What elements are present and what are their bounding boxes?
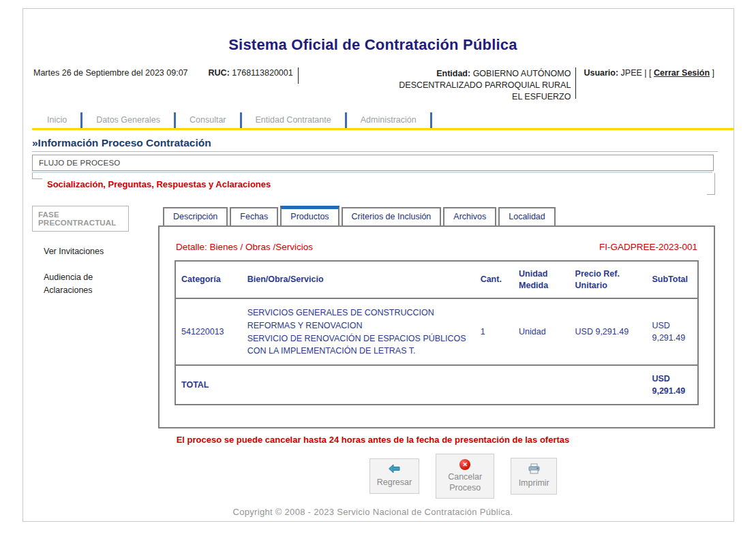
tab-fechas[interactable]: Fechas — [230, 207, 278, 225]
cell-unidad-medida: Unidad — [513, 298, 570, 365]
user-label: Usuario: — [584, 68, 618, 78]
col-precio-ref-unitario: Precio Ref. Unitario — [570, 261, 647, 299]
ruc-value: 1768113820001 — [232, 68, 292, 78]
datetime-text: Martes 26 de Septiembre del 2023 09:07 — [33, 66, 188, 78]
products-table: Categoría Bien/Obra/Servicio Cant. Unida… — [175, 260, 699, 406]
descripcion-linea-1: SERVICIOS GENERALES DE CONSTRUCCION REFO… — [247, 307, 470, 331]
pipe-separator: | — [644, 68, 646, 78]
cell-categoria: 541220013 — [175, 298, 242, 365]
entity-text: Entidad: GOBIERNO AUTÓNOMO DESCENTRALIZA… — [397, 66, 571, 103]
fieldset-corner-left — [32, 173, 42, 179]
descripcion-linea-2: SERVICIO DE RENOVACIÓN DE ESPACIOS PÚBLI… — [247, 332, 470, 357]
tab-localidad[interactable]: Localidad — [498, 207, 556, 225]
user-value: JPEE — [621, 68, 642, 78]
bracket-open: [ — [649, 68, 651, 78]
cell-descripcion: SERVICIOS GENERALES DE CONSTRUCCION REFO… — [242, 298, 475, 365]
regresar-button[interactable]: Regresar — [369, 458, 419, 494]
cancel-notice: El proceso se puede cancelar hasta 24 ho… — [32, 435, 714, 445]
tab-criterios-de-inclusion[interactable]: Criterios de Inclusión — [342, 207, 442, 225]
cell-precio-ref-unitario: USD 9,291.49 — [570, 298, 647, 365]
col-categoria: Categoría — [175, 261, 242, 299]
sidebar-item-audiencia-de-aclaraciones[interactable]: Audiencia de Aclaraciones — [44, 271, 124, 297]
entity-value: GOBIERNO AUTÓNOMO DESCENTRALIZADO PARROQ… — [399, 69, 571, 101]
nav-item-datos-generales[interactable]: Datos Generales — [82, 112, 176, 128]
printer-icon — [528, 463, 541, 476]
fieldset-corner-right — [707, 173, 715, 195]
phase-label: FASE PRECONTRACTUAL — [32, 206, 129, 232]
user-text: Usuario: JPEE | [ Cerrar Sesión ] — [584, 66, 714, 78]
tab-bar: Descripción Fechas Productos Criterios d… — [158, 206, 715, 225]
process-code: FI-GADPREE-2023-001 — [599, 242, 697, 252]
cell-subtotal: USD 9,291.49 — [646, 298, 698, 365]
total-row: TOTAL USD 9,291.49 — [175, 365, 698, 405]
page-frame: Sistema Oficial de Contratación Pública … — [22, 8, 734, 522]
imprimir-button[interactable]: Imprimir — [511, 458, 557, 495]
logout-link[interactable]: Cerrar Sesión — [654, 68, 710, 78]
cancelar-proceso-button[interactable]: ✕ Cancelar Proceso — [436, 454, 494, 499]
page-title: »Información Proceso Contratación — [32, 137, 718, 152]
back-arrow-icon — [388, 464, 401, 475]
sidebar: FASE PRECONTRACTUAL Ver Invitaciones Aud… — [32, 206, 158, 297]
app-title: Sistema Oficial de Contratación Pública — [32, 36, 714, 54]
col-unidad-medida: Unidad Medida — [513, 261, 570, 299]
copyright-text: Copyright © 2008 - 2023 Servicio Naciona… — [32, 507, 714, 517]
entity-label: Entidad: — [436, 69, 470, 78]
ruc-text: RUC: 1768113820001 — [209, 66, 293, 78]
main-panel: Descripción Fechas Productos Criterios d… — [158, 206, 715, 429]
content-area: FASE PRECONTRACTUAL Ver Invitaciones Aud… — [32, 206, 734, 429]
ruc-label: RUC: — [209, 68, 230, 78]
total-value: USD 9,291.49 — [646, 365, 698, 405]
nav-item-consultar[interactable]: Consultar — [176, 112, 242, 128]
tab-descripcion[interactable]: Descripción — [163, 207, 228, 225]
sidebar-item-ver-invitaciones[interactable]: Ver Invitaciones — [44, 245, 124, 258]
cell-cantidad: 1 — [475, 298, 513, 365]
nav-item-administracion[interactable]: Administración — [347, 112, 432, 128]
cancel-icon: ✕ — [459, 459, 470, 470]
tab-archivos[interactable]: Archivos — [443, 207, 496, 225]
col-bien-obra-servicio: Bien/Obra/Servicio — [242, 261, 475, 299]
bracket-close: ] — [712, 68, 714, 78]
separator-line — [298, 67, 299, 84]
tab-panel-productos: Detalle: Bienes / Obras /Servicios FI-GA… — [158, 225, 715, 429]
stage-fieldset: Socialización, Preguntas, Respuestas y A… — [32, 173, 715, 196]
nav-item-inicio[interactable]: Inicio — [33, 112, 82, 128]
nav-item-entidad-contratante[interactable]: Entidad Contratante — [242, 112, 347, 128]
table-header-row: Categoría Bien/Obra/Servicio Cant. Unida… — [175, 261, 698, 299]
tab-productos[interactable]: Productos — [280, 206, 339, 225]
col-cantidad: Cant. — [475, 261, 513, 299]
detail-header: Detalle: Bienes / Obras /Servicios FI-GA… — [176, 242, 697, 252]
main-nav: Inicio Datos Generales Consultar Entidad… — [32, 112, 734, 130]
detail-title: Detalle: Bienes / Obras /Servicios — [176, 242, 313, 252]
table-row: 541220013 SERVICIOS GENERALES DE CONSTRU… — [175, 298, 698, 365]
col-subtotal: SubTotal — [646, 261, 698, 299]
stage-label: Socialización, Preguntas, Respuestas y A… — [47, 179, 271, 189]
action-buttons: Regresar ✕ Cancelar Proceso Imprimir — [112, 454, 734, 499]
total-label: TOTAL — [175, 365, 242, 405]
separator-line — [575, 67, 576, 99]
session-info-bar: Martes 26 de Septiembre del 2023 09:07 R… — [33, 66, 727, 103]
process-flow-header: FLUJO DE PROCESO — [32, 155, 714, 171]
